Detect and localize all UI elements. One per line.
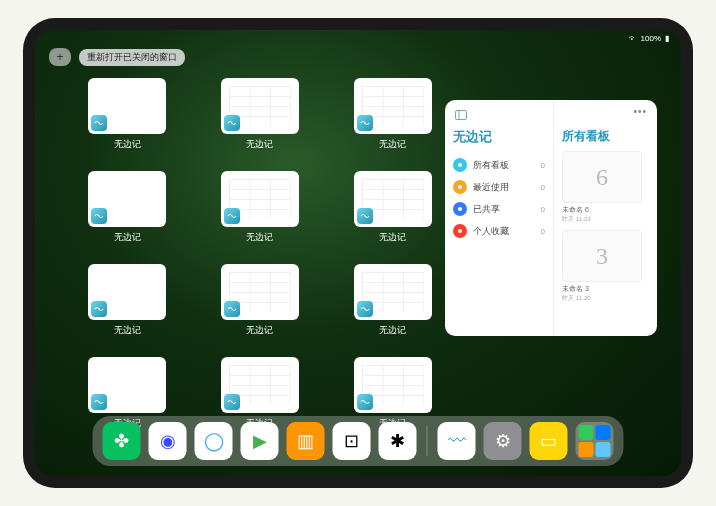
window-thumbnail [221, 264, 299, 320]
dock-notes-icon[interactable]: ▭ [530, 422, 568, 460]
board-timestamp: 昨天 11:20 [562, 294, 649, 303]
more-button[interactable]: ••• [633, 106, 647, 117]
nav-item-count: 0 [541, 205, 545, 214]
dock-connect-icon[interactable]: ✱ [379, 422, 417, 460]
window-thumbnail [88, 171, 166, 227]
freeform-app-icon [357, 115, 373, 131]
top-bar: + 重新打开已关闭的窗口 [49, 48, 185, 66]
window-thumbnail [354, 357, 432, 413]
sidebar-icon[interactable] [455, 106, 467, 124]
dock-separator [427, 426, 428, 456]
panel-right-title: 所有看板 [562, 128, 649, 145]
dock-books-icon[interactable]: ▥ [287, 422, 325, 460]
nav-item-count: 0 [541, 161, 545, 170]
svg-point-2 [458, 163, 462, 167]
nav-item-label: 已共享 [473, 203, 500, 216]
panel-nav-item[interactable]: 已共享 0 [453, 198, 545, 220]
switcher-item[interactable]: 无边记 [208, 264, 313, 337]
board-thumbnail: 6 [562, 151, 642, 203]
board-thumbnail: 3 [562, 230, 642, 282]
freeform-app-icon [91, 115, 107, 131]
panel-nav-item[interactable]: 所有看板 0 [453, 154, 545, 176]
board-label: 未命名 6 [562, 205, 649, 215]
new-window-button[interactable]: + [49, 48, 71, 66]
panel-nav-item[interactable]: 最近使用 0 [453, 176, 545, 198]
battery-icon: ▮ [665, 34, 669, 43]
switcher-item[interactable]: 无边记 [75, 78, 180, 151]
nav-item-icon [453, 202, 467, 216]
freeform-app-icon [91, 208, 107, 224]
dock-quark-icon[interactable]: ◉ [149, 422, 187, 460]
freeform-panel[interactable]: ••• 无边记 所有看板 0 最近使用 0 已共享 0 个人收藏 0 所有看板 … [445, 100, 657, 336]
battery-label: 100% [641, 34, 661, 43]
board-item[interactable]: 3 未命名 3 昨天 11:20 [562, 230, 649, 303]
switcher-item[interactable]: 无边记 [208, 78, 313, 151]
wifi-icon: ᯤ [629, 34, 637, 43]
freeform-app-icon [357, 301, 373, 317]
window-thumbnail [88, 78, 166, 134]
window-label: 无边记 [114, 138, 141, 151]
freeform-app-icon [91, 301, 107, 317]
dock-dice-icon[interactable]: ⊡ [333, 422, 371, 460]
switcher-item[interactable]: 无边记 [340, 78, 445, 151]
board-item[interactable]: 6 未命名 6 昨天 11:23 [562, 151, 649, 224]
nav-item-label: 个人收藏 [473, 225, 509, 238]
panel-sidebar: 无边记 所有看板 0 最近使用 0 已共享 0 个人收藏 0 [445, 100, 553, 336]
window-thumbnail [354, 171, 432, 227]
window-thumbnail [221, 78, 299, 134]
nav-item-label: 所有看板 [473, 159, 509, 172]
freeform-app-icon [224, 208, 240, 224]
nav-item-label: 最近使用 [473, 181, 509, 194]
ipad-frame: ᯤ 100% ▮ + 重新打开已关闭的窗口 无边记 无边记 无边记 [23, 18, 693, 488]
switcher-item[interactable]: 无边记 [340, 264, 445, 337]
dock-qqbrowser-icon[interactable]: ◯ [195, 422, 233, 460]
freeform-app-icon [224, 115, 240, 131]
status-bar: ᯤ 100% ▮ [629, 34, 669, 43]
dock-freeform-icon[interactable]: 〰 [438, 422, 476, 460]
window-label: 无边记 [379, 231, 406, 244]
panel-content: 所有看板 6 未命名 6 昨天 11:233 未命名 3 昨天 11:20 [553, 100, 657, 336]
switcher-item[interactable]: 无边记 [340, 171, 445, 244]
window-thumbnail [221, 171, 299, 227]
board-label: 未命名 3 [562, 284, 649, 294]
svg-rect-0 [456, 111, 467, 120]
app-switcher-grid: 无边记 无边记 无边记 无边记 无边记 无边记 无边记 无边记 [75, 78, 445, 430]
freeform-app-icon [224, 394, 240, 410]
svg-point-5 [458, 229, 462, 233]
panel-nav-item[interactable]: 个人收藏 0 [453, 220, 545, 242]
window-thumbnail [88, 264, 166, 320]
window-label: 无边记 [246, 231, 273, 244]
screen: ᯤ 100% ▮ + 重新打开已关闭的窗口 无边记 无边记 无边记 [35, 30, 681, 476]
reopen-closed-button[interactable]: 重新打开已关闭的窗口 [79, 49, 185, 66]
dock-app-library[interactable] [576, 422, 614, 460]
switcher-item[interactable]: 无边记 [208, 171, 313, 244]
window-thumbnail [88, 357, 166, 413]
window-label: 无边记 [379, 138, 406, 151]
freeform-app-icon [357, 208, 373, 224]
panel-title: 无边记 [453, 128, 545, 146]
switcher-item[interactable]: 无边记 [75, 264, 180, 337]
nav-item-count: 0 [541, 183, 545, 192]
plus-icon: + [56, 50, 63, 64]
freeform-app-icon [91, 394, 107, 410]
dock-wechat-icon[interactable]: ✤ [103, 422, 141, 460]
dock-settings-icon[interactable]: ⚙ [484, 422, 522, 460]
nav-item-icon [453, 158, 467, 172]
window-label: 无边记 [379, 324, 406, 337]
nav-item-icon [453, 224, 467, 238]
window-label: 无边记 [246, 138, 273, 151]
dock-play-icon[interactable]: ▶ [241, 422, 279, 460]
dock: ✤◉◯▶▥⊡✱ 〰⚙▭ [93, 416, 624, 466]
svg-point-3 [458, 185, 462, 189]
window-thumbnail [221, 357, 299, 413]
window-thumbnail [354, 264, 432, 320]
svg-point-4 [458, 207, 462, 211]
window-label: 无边记 [114, 231, 141, 244]
nav-item-icon [453, 180, 467, 194]
switcher-item[interactable]: 无边记 [75, 171, 180, 244]
freeform-app-icon [357, 394, 373, 410]
window-thumbnail [354, 78, 432, 134]
reopen-label: 重新打开已关闭的窗口 [87, 52, 177, 62]
board-timestamp: 昨天 11:23 [562, 215, 649, 224]
nav-item-count: 0 [541, 227, 545, 236]
